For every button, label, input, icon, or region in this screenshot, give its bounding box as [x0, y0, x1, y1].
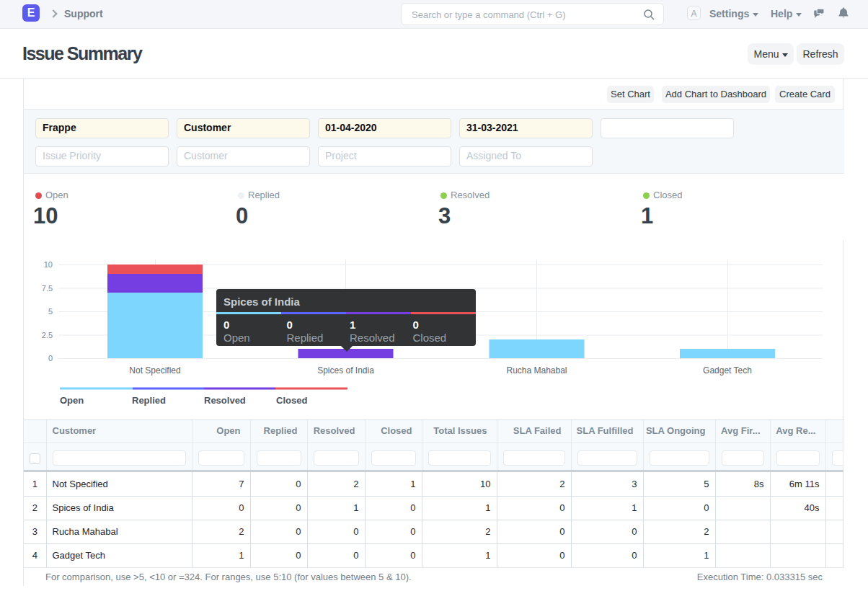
svg-text:Gadget Tech: Gadget Tech — [703, 365, 752, 376]
svg-text:Closed: Closed — [276, 395, 307, 406]
svg-text:10: 10 — [44, 260, 53, 269]
svg-text:5: 5 — [48, 307, 53, 316]
svg-text:Spices of India: Spices of India — [317, 365, 374, 376]
svg-text:Replied: Replied — [132, 395, 166, 406]
svg-text:Rucha Mahabal: Rucha Mahabal — [506, 365, 567, 376]
svg-text:Resolved: Resolved — [204, 395, 246, 406]
svg-text:Not Specified: Not Specified — [129, 365, 180, 376]
svg-text:2.5: 2.5 — [42, 331, 53, 339]
svg-text:Open: Open — [60, 395, 84, 406]
svg-text:7.5: 7.5 — [42, 284, 53, 293]
svg-text:0: 0 — [48, 354, 53, 363]
